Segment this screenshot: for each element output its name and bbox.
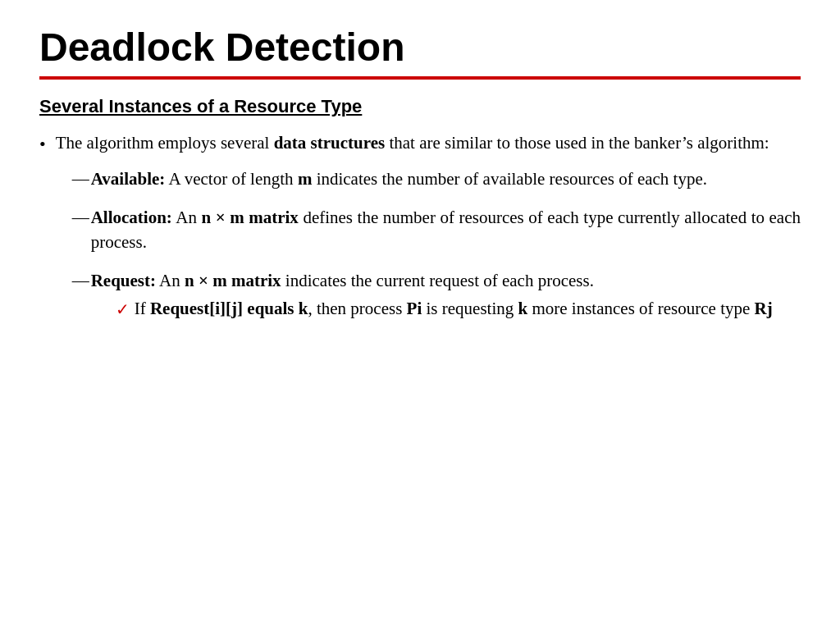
sub-item-allocation: — Allocation: An n × m matrix defines th… [72,205,801,255]
request-text: Request: An n × m matrix indicates the c… [91,268,801,322]
em-dash: — [72,205,89,230]
check-mark: ✓ [116,298,130,322]
em-dash: — [72,268,89,293]
slide-title: Deadlock Detection [39,25,801,70]
section-heading: Several Instances of a Resource Type [39,96,801,117]
bullet-text: The algorithm employs several data struc… [56,130,801,335]
check-text: If Request[i][j] equals k, then process … [135,296,801,321]
allocation-text: Allocation: An n × m matrix defines the … [91,205,801,255]
sub-items: — Available: A vector of length m indica… [72,167,801,322]
available-text: Available: A vector of length m indicate… [91,167,801,191]
check-items: ✓ If Request[i][j] equals k, then proces… [116,296,801,322]
slide: Deadlock Detection Several Instances of … [0,0,840,630]
list-item: • The algorithm employs several data str… [39,130,801,335]
red-rule [39,76,801,80]
bullet-list: • The algorithm employs several data str… [39,130,801,335]
sub-item-request: — Request: An n × m matrix indicates the… [72,268,801,322]
em-dash: — [72,167,89,191]
sub-item-available: — Available: A vector of length m indica… [72,167,801,191]
check-item: ✓ If Request[i][j] equals k, then proces… [116,296,801,322]
bullet-dot: • [39,131,46,158]
